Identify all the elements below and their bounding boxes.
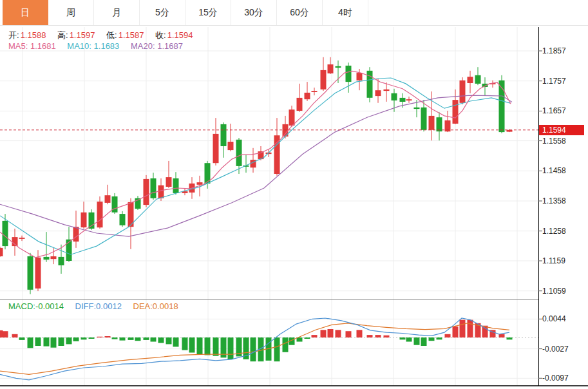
candle-body	[357, 73, 363, 81]
diff-value: 0.0012	[96, 301, 122, 311]
candle-body	[336, 66, 341, 68]
chart-svg[interactable]	[0, 26, 588, 389]
y-axis-label: -0.0097	[542, 374, 569, 383]
macd-histogram-bar	[197, 337, 203, 354]
macd-histogram-bar	[3, 331, 8, 337]
macd-histogram-bar	[19, 337, 25, 340]
macd-histogram-bar	[12, 334, 18, 337]
candle-body	[73, 227, 79, 242]
macd-histogram-bar	[421, 337, 427, 346]
macd-row: MACD:-0.0014 DIFF:0.0012 DEA:0.0018	[8, 301, 178, 311]
macd-histogram-bar	[89, 337, 95, 339]
candle-body	[297, 98, 303, 111]
timeframe-tab-6[interactable]: 60分	[277, 0, 323, 25]
macd-histogram-bar	[59, 337, 64, 346]
macd-histogram-bar	[507, 337, 513, 339]
ma5-label: MA5:	[8, 41, 28, 51]
candle-body	[228, 142, 234, 150]
chart-area[interactable]: 开:1.1588 高:1.1597 低:1.1587 收:1.1594 MA5:…	[0, 26, 588, 389]
macd-histogram-bar	[400, 337, 406, 339]
macd-histogram-bar	[81, 337, 87, 339]
y-axis-label: 1.1358	[542, 196, 566, 205]
macd-histogram-bar	[144, 337, 149, 340]
macd-histogram-bar	[429, 337, 435, 341]
y-axis-label: 1.1857	[542, 46, 566, 55]
y-axis-label: 1.1558	[542, 137, 566, 146]
low-label: 低:	[106, 30, 117, 40]
candle-body	[120, 214, 126, 225]
dea-value: 0.0018	[153, 301, 178, 311]
candle-body	[400, 98, 406, 102]
candle-body	[97, 202, 103, 227]
current-price-badge: 1.1594	[539, 125, 584, 135]
macd-histogram-bar	[35, 337, 41, 346]
macd-histogram-bar	[274, 337, 280, 361]
macd-histogram-bar	[367, 335, 373, 337]
timeframe-tab-2[interactable]: 月	[94, 0, 140, 25]
ma5-value: 1.1681	[30, 41, 56, 51]
candle-body	[59, 257, 64, 265]
open-value: 1.1588	[21, 30, 46, 40]
candle-body	[89, 213, 95, 229]
macd-histogram-bar	[283, 337, 289, 352]
timeframe-tab-5[interactable]: 30分	[231, 0, 277, 25]
candle-body	[453, 100, 459, 124]
candle-body	[213, 134, 219, 163]
candle-body	[158, 185, 164, 198]
macd-label: MACD:	[8, 301, 35, 311]
macd-histogram-bar	[468, 320, 473, 337]
macd-histogram-bar	[460, 320, 466, 337]
y-axis-label: 1.1458	[542, 166, 566, 175]
macd-histogram-bar	[173, 337, 179, 346]
candle-body	[0, 248, 3, 256]
macd-histogram-bar	[346, 331, 352, 337]
y-axis-label: -0.0027	[542, 345, 569, 354]
macd-histogram-bar	[205, 337, 211, 355]
timeframe-tab-0[interactable]: 日	[3, 0, 48, 25]
macd-histogram-bar	[166, 337, 172, 344]
candle-body	[44, 257, 50, 260]
macd-histogram-bar	[182, 337, 188, 350]
candle-body	[3, 221, 8, 246]
macd-histogram-bar	[97, 337, 103, 337]
macd-histogram-bar	[135, 337, 141, 341]
macd-histogram-bar	[414, 337, 420, 345]
macd-histogram-bar	[112, 337, 118, 339]
macd-histogram-bar	[51, 337, 57, 348]
macd-histogram-bar	[336, 330, 341, 337]
macd-histogram-bar	[251, 337, 256, 361]
macd-histogram-bar	[437, 337, 442, 339]
candle-body	[392, 93, 397, 100]
candle-body	[437, 117, 442, 131]
candle-body	[305, 93, 310, 99]
y-axis-label: 0.0044	[542, 314, 566, 323]
timeframe-tab-4[interactable]: 15分	[185, 0, 231, 25]
macd-histogram-bar	[375, 335, 381, 337]
high-label: 高:	[57, 30, 68, 40]
timeframe-tab-1[interactable]: 周	[48, 0, 94, 25]
y-axis-label: 1.1657	[542, 106, 566, 115]
candle-body	[236, 140, 242, 166]
macd-histogram-bar	[384, 336, 390, 337]
macd-histogram-bar	[453, 327, 459, 337]
macd-histogram-bar	[499, 334, 505, 337]
timeframe-tab-3[interactable]: 5分	[140, 0, 185, 25]
macd-histogram-bar	[44, 337, 50, 346]
candle-body	[346, 66, 352, 82]
macd-histogram-bar	[189, 337, 195, 353]
macd-histogram-bar	[312, 335, 318, 337]
candle-body	[468, 77, 473, 83]
candle-body	[151, 178, 156, 198]
candle-body	[221, 124, 227, 146]
candle-body	[367, 71, 373, 98]
candle-body	[28, 256, 33, 290]
macd-histogram-bar	[445, 334, 451, 337]
macd-histogram-bar	[66, 337, 72, 344]
ma-row: MA5: 1.1681 MA10: 1.1683 MA20: 1.1687	[8, 41, 183, 51]
candle-body	[35, 258, 41, 289]
candle-body	[197, 182, 203, 185]
candle-body	[414, 108, 420, 109]
dea-label: DEA:	[133, 301, 153, 311]
low-value: 1.1587	[119, 30, 144, 40]
timeframe-tab-7[interactable]: 4时	[323, 0, 368, 25]
